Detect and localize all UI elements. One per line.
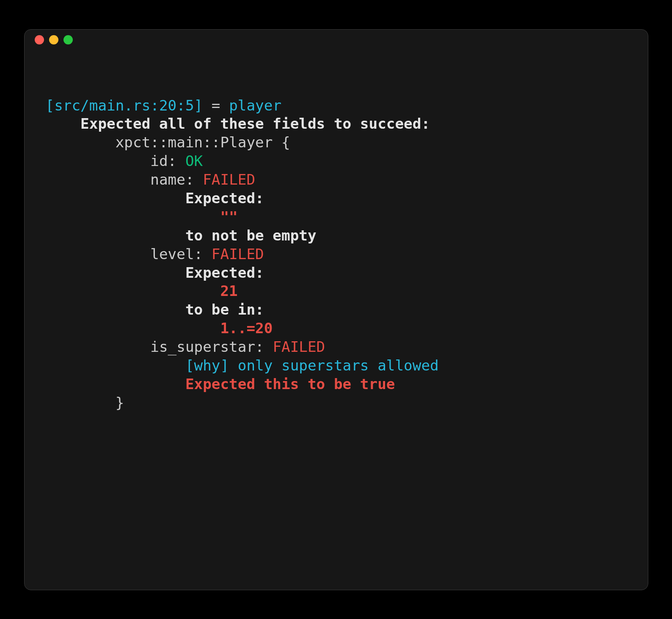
field-superstar-status: FAILED	[273, 338, 325, 355]
why-tag: [why]	[46, 357, 229, 374]
field-level-constraint-label: to be in:	[46, 301, 264, 318]
field-level-status: FAILED	[212, 246, 264, 263]
field-name-constraint: to not be empty	[46, 227, 317, 244]
terminal-content: [src/main.rs:20:5] = player Expected all…	[25, 50, 648, 429]
struct-close: }	[46, 394, 124, 411]
field-superstar-expected: Expected this to be true	[46, 376, 395, 392]
field-level-expected-label: Expected:	[46, 264, 264, 281]
field-level-expected-value: 21	[46, 282, 238, 299]
close-icon[interactable]	[35, 35, 44, 44]
equals-sign: =	[203, 97, 229, 114]
why-text: only superstars allowed	[229, 357, 439, 374]
field-id-label: id:	[46, 152, 185, 169]
field-name-expected-label: Expected:	[46, 190, 264, 207]
minimize-icon[interactable]	[49, 35, 58, 44]
field-level-constraint-value: 1..=20	[46, 320, 273, 337]
binding-name: player	[229, 97, 281, 114]
header-text: Expected all of these fields to succeed:	[46, 115, 430, 132]
field-name-expected-value: ""	[46, 208, 238, 225]
field-level-label: level:	[46, 246, 212, 263]
field-name-label: name:	[46, 171, 203, 188]
struct-open: xpct::main::Player {	[46, 134, 290, 151]
title-bar	[25, 30, 648, 50]
maximize-icon[interactable]	[63, 35, 73, 44]
source-location: [src/main.rs:20:5]	[46, 97, 203, 114]
terminal-window: [src/main.rs:20:5] = player Expected all…	[24, 29, 648, 590]
field-superstar-label: is_superstar:	[46, 338, 273, 355]
field-id-status: OK	[185, 152, 203, 169]
field-name-status: FAILED	[203, 171, 255, 188]
